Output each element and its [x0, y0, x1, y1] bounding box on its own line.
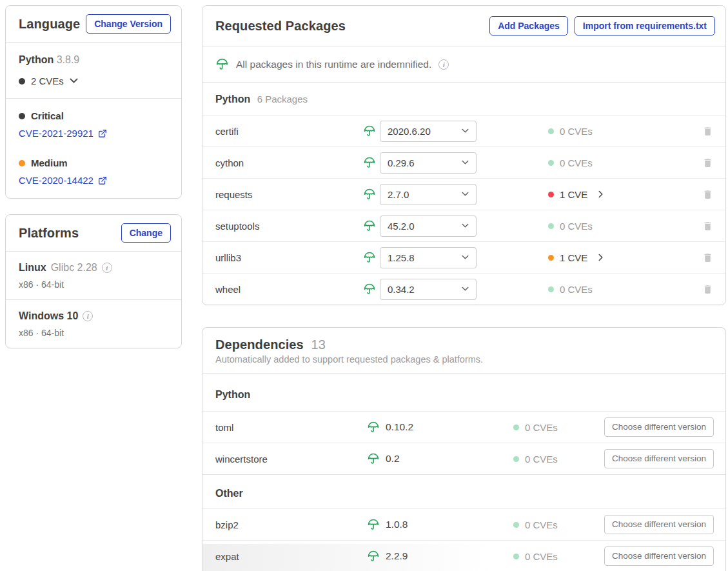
dependency-row: bzip2 1.0.8 0 CVEs Choose different vers… — [202, 508, 725, 540]
version-select[interactable]: 0.29.6 — [380, 152, 477, 174]
delete-package-button[interactable] — [700, 155, 715, 170]
cve-link[interactable]: CVE-2020-14422 — [19, 175, 107, 186]
cve-count-label: 0 CVEs — [560, 126, 593, 137]
requested-packages-title: Requested Packages — [215, 19, 346, 34]
cve-severity-row: Medium — [19, 157, 168, 168]
package-row: wheel 0.34.2 0 CVEs — [202, 273, 725, 305]
package-row: setuptools 45.2.0 0 CVEs — [202, 210, 725, 241]
version-select[interactable]: 2020.6.20 — [380, 121, 477, 142]
cve-id: CVE-2021-29921 — [19, 128, 93, 139]
package-name: certifi — [215, 126, 363, 137]
indemnified-note: All packages in this runtime are indemni… — [236, 59, 431, 70]
umbrella-icon — [363, 156, 376, 169]
delete-package-button[interactable] — [700, 282, 715, 297]
package-name: cython — [215, 157, 363, 168]
cve-status: 0 CVEs — [513, 519, 600, 530]
delete-package-button[interactable] — [700, 124, 715, 139]
import-requirements-button[interactable]: Import from requirements.txt — [575, 16, 715, 35]
requested-packages-card: Requested Packages Add Packages Import f… — [202, 5, 726, 305]
add-packages-button[interactable]: Add Packages — [489, 16, 568, 35]
platform-arch: x86 · 64-bit — [19, 279, 168, 290]
language-cve-toggle[interactable]: 2 CVEs — [19, 75, 168, 86]
dependency-group-label: Other — [202, 474, 725, 508]
trash-icon — [702, 157, 713, 168]
chevron-right-icon — [598, 254, 604, 261]
cve-count-label: 0 CVEs — [560, 284, 593, 295]
delete-package-button[interactable] — [700, 187, 715, 202]
info-icon[interactable]: i — [102, 263, 112, 273]
cve-status: 0 CVEs — [548, 157, 689, 168]
umbrella-icon — [363, 219, 376, 232]
umbrella-icon — [367, 550, 380, 563]
chevron-down-icon — [462, 160, 469, 165]
umbrella-icon — [363, 125, 376, 137]
choose-different-version-button[interactable]: Choose different version — [604, 449, 714, 468]
umbrella-icon — [367, 518, 380, 531]
cve-severity-dot — [19, 78, 25, 85]
dependency-name: bzip2 — [215, 519, 367, 530]
dependency-version: 0.10.2 — [386, 421, 413, 433]
package-name: urllib3 — [215, 252, 363, 263]
dependencies-card: Dependencies 13 Automatically added to s… — [202, 327, 726, 571]
group-count: 6 Packages — [257, 94, 308, 105]
platform-item: Windows 10 i x86 · 64-bit — [6, 299, 181, 348]
chevron-down-icon — [462, 192, 469, 197]
version-select[interactable]: 45.2.0 — [380, 215, 477, 237]
umbrella-icon — [367, 421, 380, 434]
umbrella-icon — [367, 452, 380, 465]
language-name-version: Python 3.8.9 — [19, 54, 168, 66]
chevron-down-icon — [462, 128, 469, 134]
language-card-header: Language Change Version — [6, 6, 181, 42]
choose-different-version-button[interactable]: Choose different version — [604, 546, 714, 566]
platforms-card: Platforms Change Linux Glibc 2.28 i x86 … — [5, 214, 182, 348]
cve-link[interactable]: CVE-2021-29921 — [19, 128, 107, 139]
cve-status: 0 CVEs — [548, 126, 689, 137]
platforms-title: Platforms — [19, 226, 79, 241]
change-version-button[interactable]: Change Version — [86, 14, 171, 34]
dependency-version: 0.2 — [386, 453, 400, 465]
cve-count-label: 1 CVE — [560, 252, 587, 263]
cve-count-label: 0 CVEs — [525, 519, 558, 530]
change-platforms-button[interactable]: Change — [121, 223, 171, 243]
version-select[interactable]: 1.25.8 — [380, 247, 477, 268]
cve-status-expandable[interactable]: 1 CVE — [548, 252, 689, 263]
language-card: Language Change Version Python 3.8.9 2 C… — [5, 5, 182, 199]
cve-status-expandable[interactable]: 1 CVE — [548, 189, 689, 200]
chevron-down-icon — [462, 286, 469, 292]
cve-status: 0 CVEs — [548, 284, 689, 295]
trash-icon — [702, 189, 713, 200]
trash-icon — [702, 284, 713, 295]
choose-different-version-button[interactable]: Choose different version — [604, 515, 714, 534]
selected-version: 45.2.0 — [388, 221, 415, 232]
cve-dot — [513, 425, 519, 430]
dependency-version: 2.2.9 — [386, 550, 408, 562]
cve-status: 0 CVEs — [513, 454, 600, 465]
info-icon[interactable]: i — [83, 311, 93, 321]
cve-dot — [513, 522, 519, 528]
cve-severity-row: Critical — [19, 110, 168, 121]
package-row: urllib3 1.25.8 1 CVE — [202, 241, 725, 273]
dependencies-count: 13 — [311, 337, 325, 352]
group-label: Python — [215, 94, 250, 105]
cve-status: 0 CVEs — [548, 221, 689, 232]
trash-icon — [702, 126, 713, 137]
platform-name: Windows 10 — [19, 310, 78, 322]
delete-package-button[interactable] — [700, 219, 715, 234]
medium-dot — [19, 160, 25, 166]
umbrella-icon — [215, 57, 229, 71]
cve-count-label: 0 CVEs — [560, 221, 593, 232]
language-title: Language — [19, 17, 80, 32]
selected-version: 0.34.2 — [388, 284, 415, 295]
version-select[interactable]: 2.7.0 — [380, 184, 477, 205]
cve-count-label: 0 CVEs — [560, 157, 593, 168]
cve-status: 0 CVEs — [513, 551, 600, 562]
language-version: 3.8.9 — [57, 54, 80, 65]
delete-package-button[interactable] — [700, 250, 715, 265]
trash-icon — [702, 252, 713, 263]
cve-summary-label: 2 CVEs — [31, 75, 64, 86]
choose-different-version-button[interactable]: Choose different version — [604, 417, 714, 437]
cve-dot — [513, 456, 519, 462]
info-icon[interactable]: i — [438, 59, 449, 70]
version-select[interactable]: 0.34.2 — [380, 279, 477, 300]
platform-name: Linux — [19, 262, 46, 274]
